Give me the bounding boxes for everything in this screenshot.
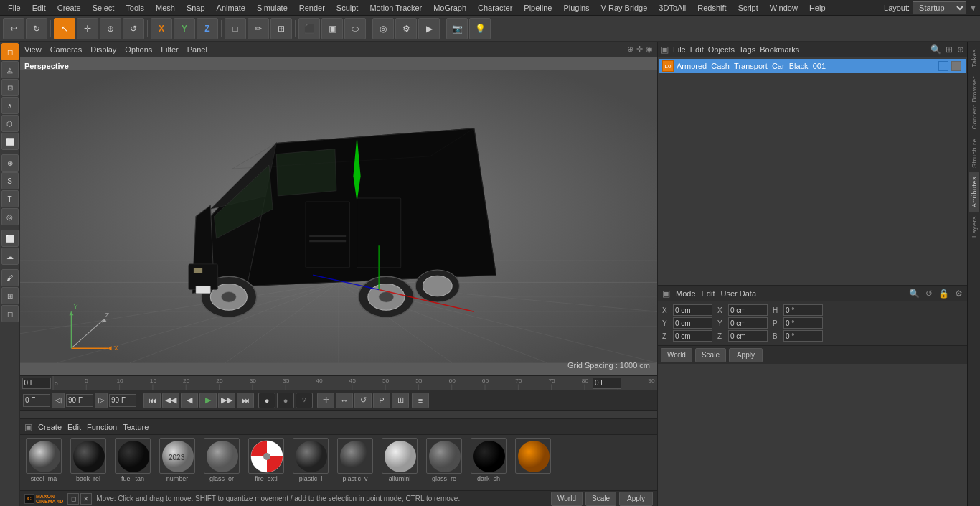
menu-edit[interactable]: Edit: [27, 2, 51, 14]
x-axis-button[interactable]: X: [151, 18, 172, 39]
obj-panel-icon-3[interactable]: ⊕: [957, 44, 964, 55]
attr-mode-menu[interactable]: Mode: [676, 289, 696, 298]
frame-end-field2[interactable]: [109, 394, 136, 407]
mode-uv-button[interactable]: ⬜: [1, 133, 19, 150]
tab-layers[interactable]: Layers: [969, 212, 979, 242]
mat-edit-menu[interactable]: Edit: [67, 423, 81, 431]
frame-start-field[interactable]: [23, 394, 50, 407]
tab-content-browser[interactable]: Content Browser: [969, 72, 979, 134]
pen-tool-button[interactable]: ✏: [248, 18, 269, 39]
soft-selection-button[interactable]: S: [1, 172, 19, 189]
tag-texture[interactable]: [938, 61, 948, 71]
menu-redshift[interactable]: Redshift: [692, 2, 731, 14]
step-back-button[interactable]: ◀◀: [162, 393, 179, 408]
move-key-button[interactable]: ✛: [317, 393, 334, 408]
viewport-icon-1[interactable]: ⊕: [627, 44, 633, 54]
menu-tools[interactable]: Tools: [121, 2, 149, 14]
attr-lock-icon[interactable]: 🔒: [938, 289, 949, 299]
redo-button[interactable]: ↻: [26, 18, 47, 39]
camera-button[interactable]: 📷: [446, 18, 468, 39]
frame-start-input[interactable]: [22, 378, 51, 389]
rotate-key-button[interactable]: ↺: [354, 393, 372, 408]
mode-texture-button[interactable]: ◬: [1, 61, 19, 78]
menu-file[interactable]: File: [3, 2, 26, 14]
mode-edge-button[interactable]: ∧: [1, 97, 19, 114]
menu-character[interactable]: Character: [473, 2, 517, 14]
material-item-allumini[interactable]: allumini: [379, 438, 420, 482]
menu-help[interactable]: Help: [804, 2, 831, 14]
paint-fill-button[interactable]: ⊞: [1, 287, 19, 304]
key-grid-button[interactable]: ⊞: [392, 393, 409, 408]
mode-model-button[interactable]: ◻: [1, 43, 19, 60]
menu-mograph[interactable]: MoGraph: [428, 2, 471, 14]
viewport-display-menu[interactable]: Display: [90, 45, 116, 54]
mode-poly-button[interactable]: ⬡: [1, 115, 19, 132]
tab-structure[interactable]: Structure: [969, 134, 979, 172]
mat-function-menu[interactable]: Function: [87, 423, 117, 431]
world-btn-coord[interactable]: World: [661, 348, 692, 362]
material-item-dark[interactable]: dark_sh: [468, 438, 509, 482]
obj-tags-menu[interactable]: Tags: [739, 45, 755, 54]
material-item-fire[interactable]: fire_exti: [245, 438, 287, 482]
obj-edit-menu[interactable]: Edit: [690, 45, 704, 54]
menu-sculpt[interactable]: Sculpt: [331, 2, 364, 14]
z-axis-button[interactable]: Z: [197, 18, 218, 39]
status-icon-2[interactable]: ✕: [80, 493, 92, 505]
status-icon-1[interactable]: ◻: [67, 493, 79, 505]
apply-button[interactable]: Apply: [619, 492, 653, 506]
material-item-plastic-v[interactable]: plastic_v: [334, 438, 376, 482]
viewport-filter-menu[interactable]: Filter: [161, 45, 178, 54]
menu-create[interactable]: Create: [52, 2, 86, 14]
viewport-options-menu[interactable]: Options: [125, 45, 152, 54]
b-input[interactable]: [783, 330, 823, 342]
go-start-button[interactable]: ⏮: [143, 393, 161, 408]
obj-tree-item[interactable]: L0 Armored_Cash_Transport_Car_Black_001: [659, 59, 966, 73]
mat-texture-menu[interactable]: Texture: [123, 423, 149, 431]
render-settings-button[interactable]: ⚙: [395, 18, 417, 39]
scale-dropdown[interactable]: Scale: [585, 492, 616, 506]
key-all-button[interactable]: ?: [296, 393, 313, 408]
sky-button[interactable]: ☁: [1, 248, 19, 265]
move-tool-button[interactable]: ✛: [77, 18, 98, 39]
key-p-button[interactable]: P: [373, 393, 390, 408]
paint-erase-button[interactable]: ◻: [1, 305, 19, 322]
select-tool-button[interactable]: ↖: [54, 18, 75, 39]
play-reverse-button[interactable]: ◀: [181, 393, 198, 408]
tab-attributes[interactable]: Attributes: [969, 172, 979, 212]
y-axis-button[interactable]: Y: [174, 18, 195, 39]
pos-z-input[interactable]: [673, 330, 712, 342]
menu-render[interactable]: Render: [294, 2, 330, 14]
menu-animate[interactable]: Animate: [212, 2, 250, 14]
record-button[interactable]: ●: [258, 393, 275, 408]
timeline-settings-button[interactable]: ≡: [412, 393, 429, 408]
step-forward-button[interactable]: ▶▶: [218, 393, 235, 408]
arrow-left-input[interactable]: ◁: [52, 393, 65, 408]
viewport-cameras-menu[interactable]: Cameras: [50, 45, 83, 54]
cube-tool-button[interactable]: □: [225, 18, 246, 39]
size-y-input[interactable]: [728, 317, 768, 329]
viewport-panel-menu[interactable]: Panel: [187, 45, 207, 54]
mode-point-button[interactable]: ⊡: [1, 79, 19, 96]
rotate-tool-button[interactable]: ↺: [123, 18, 144, 39]
material-item-steel[interactable]: steel_ma: [23, 438, 65, 482]
paint-brush-button[interactable]: 🖌: [1, 269, 19, 286]
obj-panel-icon-2[interactable]: ⊞: [946, 44, 953, 55]
menu-plugins[interactable]: Plugins: [558, 2, 594, 14]
tweak-button[interactable]: T: [1, 190, 19, 207]
size-z-input[interactable]: [728, 330, 768, 342]
timeline-ruler[interactable]: 0 5 10 15 20 25 30: [20, 376, 657, 390]
undo-button[interactable]: ↩: [3, 18, 24, 39]
scale-tool-button[interactable]: ⊕: [100, 18, 121, 39]
obj-file-menu[interactable]: File: [673, 45, 686, 54]
mat-create-menu[interactable]: Create: [38, 423, 62, 431]
material-item-fuel[interactable]: fuel_tan: [112, 438, 154, 482]
scale-btn-coord[interactable]: Scale: [695, 348, 726, 362]
world-dropdown[interactable]: World: [551, 492, 583, 506]
material-item-back[interactable]: back_rel: [67, 438, 109, 482]
menu-mesh[interactable]: Mesh: [151, 2, 180, 14]
material-item-glass-re[interactable]: glass_re: [423, 438, 465, 482]
tab-takes[interactable]: Takes: [969, 44, 979, 72]
layout-select[interactable]: Startup Standard UV Edit: [913, 1, 966, 14]
render-button[interactable]: ▶: [418, 18, 440, 39]
menu-3dtall[interactable]: 3DToAll: [654, 2, 691, 14]
